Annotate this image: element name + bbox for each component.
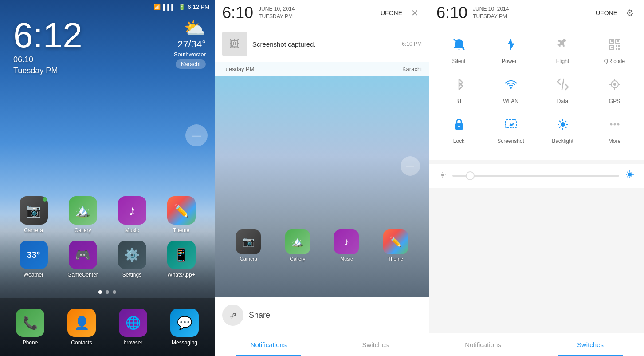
home-clock-day: Tuesday PM [13,66,82,75]
app-music[interactable]: ♪ Music [112,196,152,233]
tab-switches[interactable]: Switches [322,333,429,356]
notifications-tab-label: Notifications [251,341,287,348]
gps-icon [604,73,626,95]
notif-close-button[interactable]: ✕ [408,6,422,20]
qs-tab-switches[interactable]: Switches [537,333,644,356]
app-theme[interactable]: ✏️ Theme [161,196,201,233]
screenshot-label: Screenshot [497,138,524,144]
wlan-icon [500,73,522,95]
qs-notifications-tab-label: Notifications [465,341,501,348]
page-dot-1[interactable] [98,290,102,294]
settings-gear-button[interactable]: ⚙ [623,6,637,20]
brightness-slider[interactable] [452,175,619,177]
theme-icon: ✏️ [167,196,196,225]
preview-app-row: 📷 Camera 🏔️ Gallery ♪ Music ✏️ [215,229,429,261]
page-dot-2[interactable] [106,290,109,294]
preview-overlay: Tuesday PM Karachi [215,62,429,76]
qs-tab-notifications[interactable]: Notifications [429,333,537,356]
app-camera[interactable]: 📷 Camera [14,196,54,233]
signal-icon: ▌▌▌ [163,4,176,10]
svg-point-29 [610,123,612,126]
home-weather-widget: ⛅ 27/34° Southwester Karachi [174,18,206,69]
qs-more[interactable]: More [595,113,635,144]
brightness-high-icon [624,169,635,182]
qs-date-line2: TUESDAY PM [473,13,596,20]
svg-point-32 [441,173,444,176]
messaging-icon: 💬 [170,309,199,337]
home-clock-time: 6:12 [13,18,82,53]
qs-flight[interactable]: Flight [543,33,583,64]
brightness-thumb[interactable] [466,171,475,180]
silent-label: Silent [452,58,465,64]
screenshot-thumbnail: 🖼 [222,32,247,56]
power-plus-icon [500,33,522,55]
notif-title: Screenshot captured. [252,40,402,48]
qs-silent[interactable]: Silent [439,33,479,64]
preview-theme: ✏️ Theme [383,229,408,261]
preview-location: Karachi [402,66,422,72]
screenshot-notification[interactable]: 🖼 Screenshot captured. 6:10 PM [215,26,429,62]
settings-label: Settings [122,272,141,278]
flight-icon [552,33,574,55]
preview-theme-label: Theme [388,256,403,261]
data-label: Data [557,98,568,104]
qs-bt[interactable]: BT [439,73,479,104]
qs-screenshot[interactable]: Screenshot [491,113,531,144]
switches-tab-label: Switches [362,341,389,348]
page-dot-3[interactable] [113,290,116,294]
browser-icon: 🌐 [119,309,147,337]
qs-qrcode[interactable]: QR code [595,33,635,64]
qs-carrier: UFONE [596,9,617,16]
screenshot-icon [500,113,522,135]
preview-camera-icon: 📷 [236,229,261,254]
share-area[interactable]: ⇗ Share [215,297,429,333]
weather-location: Karachi [176,59,206,69]
qs-data[interactable]: Data [543,73,583,104]
app-whatsapp[interactable]: 📱 WhatsApp+ [161,241,201,278]
share-circle-icon: ⇗ [222,305,243,326]
qs-row-1: Silent Power+ Flight [433,33,640,64]
preview-music-icon: ♪ [334,229,359,254]
lock-label: Lock [453,138,464,144]
qs-wlan[interactable]: WLAN [491,73,531,104]
music-label: Music [125,227,139,233]
app-gallery[interactable]: 🏔️ Gallery [63,196,103,233]
qs-power-plus[interactable]: Power+ [491,33,531,64]
svg-point-31 [617,123,619,126]
dock-browser[interactable]: 🌐 browser [113,309,153,346]
app-settings[interactable]: ⚙️ Settings [112,241,152,278]
preview-gallery: 🏔️ Gallery [285,229,310,261]
svg-line-43 [632,176,632,177]
theme-label: Theme [173,227,189,233]
svg-line-26 [565,127,566,128]
svg-line-42 [627,172,628,173]
dock-contacts[interactable]: 👤 Contacts [62,309,102,346]
app-row-1: 📷 Camera 🏔️ Gallery ♪ Music ✏️ [9,196,206,233]
qs-tab-bar: Notifications Switches [429,333,644,356]
preview-theme-icon: ✏️ [383,229,408,254]
whatsapp-label: WhatsApp+ [167,272,195,278]
notif-date-line2: TUESDAY PM [259,13,381,20]
power-plus-label: Power+ [502,58,520,64]
app-gamecenter[interactable]: 🎮 GameCenter [63,241,103,278]
music-icon: ♪ [118,196,146,225]
swipe-indicator[interactable]: — [185,124,208,146]
qs-status-bar: 6:10 JUNE 10, 2014 TUESDAY PM UFONE ⚙ [429,0,644,26]
lock-icon [448,113,470,135]
svg-line-27 [565,121,566,122]
dock-messaging[interactable]: 💬 Messaging [165,309,204,346]
notif-timestamp: 6:10 PM [402,41,422,47]
page-dots [0,290,215,294]
svg-rect-4 [617,40,619,42]
qs-backlight[interactable]: Backlight [543,113,583,144]
qs-lock[interactable]: Lock [439,113,479,144]
preview-music-label: Music [340,256,353,261]
tab-notifications[interactable]: Notifications [215,333,322,356]
dock-phone[interactable]: 📞 Phone [10,309,50,346]
qs-date-line1: JUNE 10, 2014 [473,5,596,13]
qs-gps[interactable]: GPS [595,73,635,104]
share-icon: ⇗ [229,310,237,320]
home-status-bar: 📶 ▌▌▌ 🔋 6:12 PM [0,0,215,14]
app-weather[interactable]: 33° Weather [14,241,54,278]
camera-dot [43,197,47,202]
